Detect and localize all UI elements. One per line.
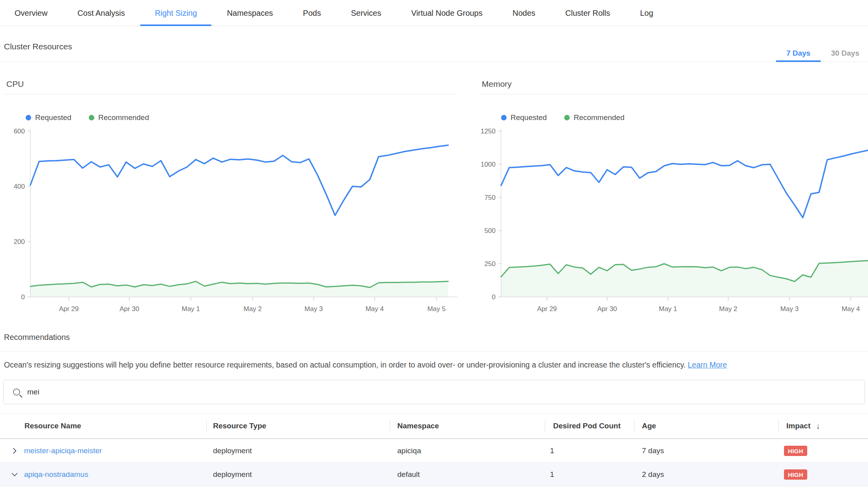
memory-chart-panel: Memory Requested Recommended 02505007501…	[479, 71, 868, 314]
legend-item-requested: Requested	[26, 113, 71, 122]
column-header-label: Resource Name	[24, 422, 81, 430]
svg-text:1000: 1000	[481, 161, 496, 168]
svg-text:Apr 30: Apr 30	[597, 305, 617, 313]
legend-label-requested: Requested	[35, 113, 71, 122]
column-header-resource-name[interactable]: Resource Name	[0, 414, 206, 438]
sort-descending-icon: ↓	[816, 422, 820, 431]
svg-text:May 1: May 1	[659, 305, 677, 313]
column-header-namespace[interactable]: Namespace	[390, 414, 545, 438]
tab-right-sizing[interactable]: Right Sizing	[140, 0, 211, 26]
impact-badge-high: HIGH	[784, 469, 807, 480]
namespace-cell: default	[390, 470, 545, 479]
cpu-chart-legend: Requested Recommended	[26, 113, 458, 122]
svg-text:400: 400	[14, 183, 25, 190]
legend-item-recommended: Recommended	[89, 113, 149, 122]
impact-cell: HIGH	[778, 469, 868, 480]
learn-more-link[interactable]: Learn More	[688, 360, 727, 369]
legend-item-requested: Requested	[501, 113, 547, 122]
table-header: Resource Name Resource Type Namespace De…	[0, 413, 868, 439]
tab-cluster-rolls[interactable]: Cluster Rolls	[551, 0, 625, 26]
top-nav: Overview Cost Analysis Right Sizing Name…	[0, 0, 868, 26]
column-header-label: Impact	[786, 422, 810, 430]
search-input[interactable]	[27, 388, 864, 396]
age-cell: 2 days	[634, 470, 778, 479]
section-divider	[0, 351, 868, 352]
legend-dot-requested-icon	[501, 115, 507, 120]
legend-label-recommended: Recommended	[98, 113, 149, 122]
namespace-cell: apiciqa	[390, 446, 545, 455]
memory-line-chart: 025050075010001250Apr 29Apr 30May 1May 2…	[479, 125, 868, 314]
recommendations-section: Recommendations Ocean's resizing suggest…	[0, 333, 868, 370]
svg-text:May 3: May 3	[780, 305, 799, 313]
search-box[interactable]	[3, 380, 865, 404]
column-header-resource-type[interactable]: Resource Type	[206, 414, 390, 438]
tab-overview[interactable]: Overview	[0, 0, 62, 26]
legend-label-recommended: Recommended	[574, 113, 625, 122]
svg-text:0: 0	[492, 293, 496, 301]
svg-text:May 5: May 5	[427, 305, 445, 313]
column-header-label: Age	[642, 422, 656, 430]
svg-text:500: 500	[485, 227, 496, 234]
svg-text:750: 750	[485, 194, 496, 201]
charts-row: CPU Requested Recommended 0200400600Apr …	[0, 71, 868, 314]
svg-text:0: 0	[21, 293, 25, 301]
column-header-label: Resource Type	[213, 422, 266, 430]
cluster-resources-bar: Cluster Resources 7 Days 30 Days	[0, 26, 868, 62]
desired-pod-count-cell: 1	[545, 470, 634, 479]
impact-badge-high: HIGH	[784, 446, 807, 456]
cpu-line-chart: 0200400600Apr 29Apr 30May 1May 2May 3May…	[4, 125, 458, 314]
column-header-impact[interactable]: Impact↓	[778, 414, 868, 438]
svg-text:250: 250	[485, 260, 496, 268]
section-title-cluster-resources: Cluster Resources	[4, 42, 864, 51]
table-row[interactable]: apiqa-nostradamus deployment default 1 2…	[0, 463, 868, 486]
recommendations-description-text: Ocean's resizing suggestions will help y…	[4, 360, 686, 369]
svg-text:1250: 1250	[481, 128, 496, 135]
memory-chart-title: Memory	[482, 79, 868, 94]
range-30-days[interactable]: 30 Days	[821, 42, 865, 62]
tab-pods[interactable]: Pods	[288, 0, 336, 26]
svg-text:May 2: May 2	[719, 305, 737, 313]
column-header-label: Desired Pod Count	[553, 422, 621, 430]
tab-log[interactable]: Log	[625, 0, 668, 26]
tab-cost-analysis[interactable]: Cost Analysis	[63, 0, 139, 26]
column-header-age[interactable]: Age	[634, 414, 778, 438]
cpu-chart-title: CPU	[6, 79, 458, 94]
impact-cell: HIGH	[778, 446, 868, 456]
column-header-desired-pod-count[interactable]: Desired Pod Count	[545, 414, 634, 438]
resource-name-link[interactable]: apiqa-nostradamus	[24, 470, 88, 479]
tab-services[interactable]: Services	[336, 0, 396, 26]
table-row[interactable]: meister-apiciqa-meister deployment apici…	[0, 439, 868, 463]
range-7-days[interactable]: 7 Days	[776, 42, 821, 62]
desired-pod-count-cell: 1	[545, 446, 634, 455]
tab-nodes[interactable]: Nodes	[498, 0, 550, 26]
column-header-label: Namespace	[397, 422, 439, 430]
tab-virtual-node-groups[interactable]: Virtual Node Groups	[397, 0, 497, 26]
resource-name-link[interactable]: meister-apiciqa-meister	[24, 446, 102, 455]
chevron-right-icon[interactable]	[10, 446, 19, 455]
legend-dot-recommended-icon	[564, 115, 570, 120]
svg-text:Apr 29: Apr 29	[59, 305, 79, 313]
tab-namespaces[interactable]: Namespaces	[212, 0, 288, 26]
legend-dot-recommended-icon	[89, 115, 94, 120]
svg-text:600: 600	[14, 128, 25, 135]
svg-text:Apr 30: Apr 30	[120, 305, 139, 313]
svg-text:May 2: May 2	[243, 305, 262, 313]
svg-text:Apr 29: Apr 29	[537, 305, 557, 313]
svg-text:May 3: May 3	[305, 305, 323, 313]
resource-type-cell: deployment	[206, 470, 390, 479]
cpu-chart-panel: CPU Requested Recommended 0200400600Apr …	[4, 71, 458, 314]
svg-text:May 4: May 4	[365, 305, 383, 313]
legend-dot-requested-icon	[26, 115, 31, 120]
resource-name-cell: apiqa-nostradamus	[0, 470, 206, 479]
legend-item-recommended: Recommended	[564, 113, 625, 122]
resource-name-cell: meister-apiciqa-meister	[0, 446, 206, 455]
search-icon	[13, 388, 20, 396]
time-range-switch: 7 Days 30 Days	[776, 42, 865, 62]
svg-text:May 1: May 1	[182, 305, 200, 313]
chevron-down-icon[interactable]	[10, 470, 19, 479]
resource-type-cell: deployment	[206, 446, 390, 455]
recommendations-table: Resource Name Resource Type Namespace De…	[0, 413, 868, 486]
legend-label-requested: Requested	[511, 113, 547, 122]
svg-text:May 4: May 4	[842, 305, 860, 313]
age-cell: 7 days	[634, 446, 778, 455]
